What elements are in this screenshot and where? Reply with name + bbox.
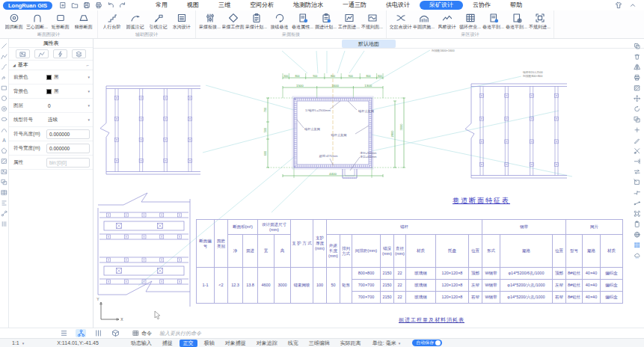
new-file-button[interactable] — [58, 1, 67, 10]
unit-select[interactable]: 单位: 毫米 ▾ — [372, 340, 400, 347]
pattern-fill-button[interactable] — [634, 85, 641, 92]
status-toggle-实际距离[interactable]: 实际距离 — [337, 340, 365, 347]
property-input[interactable]: 0.000000 — [46, 129, 90, 139]
ribbon-button-矩形断面[interactable]: 矩形断面 — [49, 11, 72, 31]
status-toggle-极轴[interactable]: 极轴 — [200, 340, 218, 347]
menu-tab-视图[interactable]: 视图 — [177, 1, 209, 10]
draw-table-button[interactable] — [1, 188, 8, 196]
copy-button[interactable] — [634, 43, 641, 50]
redo-button[interactable] — [118, 1, 126, 10]
web-map-button[interactable] — [634, 231, 641, 239]
node-edit-button[interactable] — [1, 209, 8, 217]
map-canvas[interactable]: 默认地图 30080090080090080030015001600130044… — [93, 39, 644, 328]
ribbon-button-引线注记[interactable]: 引线注记 — [147, 11, 170, 31]
ribbon-button-接续巷道[interactable]: 接续巷道 — [268, 11, 291, 31]
trim-button[interactable] — [634, 147, 641, 155]
clip-button[interactable] — [634, 179, 641, 186]
ribbon-button-工作面进[interactable]: 工作面进... — [337, 11, 361, 31]
ribbon-button-人行台阶[interactable]: 人行台阶 — [100, 11, 123, 31]
draw-text-button[interactable]: A — [1, 136, 8, 144]
mirror-button[interactable] — [634, 64, 641, 71]
status-toggle-三维编辑[interactable]: 三维编辑 — [305, 340, 334, 347]
tab-lightning[interactable] — [53, 49, 67, 58]
draw-rect-button[interactable] — [1, 84, 8, 91]
chevron-down-icon[interactable]: ▾ — [88, 75, 90, 79]
undo-button[interactable] — [106, 1, 114, 10]
ribbon-button-圆弧注记[interactable]: 圆弧注记 — [123, 11, 147, 31]
draw-arc-button[interactable] — [1, 126, 8, 133]
menu-tab-一通三防[interactable]: 一通三防 — [333, 1, 376, 10]
ribbon-button-不规则进[interactable]: 不规则进... — [528, 11, 551, 31]
autosave-toggle[interactable]: 自动保存 — [412, 340, 442, 346]
join-button[interactable] — [634, 200, 641, 207]
chevron-down-icon[interactable]: ▾ — [88, 103, 90, 108]
menu-tab-帮助[interactable]: 帮助 — [500, 1, 532, 10]
ribbon-button-三心圆断[interactable]: 三心圆断... — [25, 11, 49, 31]
property-input[interactable]: 0.000000 — [46, 144, 90, 153]
ribbon-button-水沟设计[interactable]: 水沟设计 — [170, 11, 193, 31]
draw-spline-button[interactable] — [1, 63, 8, 70]
insert-image-button[interactable] — [1, 168, 8, 175]
delete-button[interactable] — [634, 53, 641, 61]
draw-line-button[interactable] — [1, 42, 8, 49]
print-button[interactable] — [94, 1, 102, 10]
map-tab-default[interactable]: 默认地图 — [342, 40, 396, 48]
align-tool-button[interactable] — [1, 199, 8, 206]
draw-hatch-button[interactable] — [1, 157, 8, 165]
draw-circle-button[interactable] — [1, 94, 8, 102]
collapse-ribbon-icon[interactable] — [628, 1, 637, 10]
save-button[interactable] — [82, 1, 91, 10]
view-columns-button[interactable] — [93, 329, 103, 337]
status-toggle-正交[interactable]: 正交 — [180, 340, 197, 347]
menu-tab-采矿设计[interactable]: 采矿设计 — [420, 1, 463, 10]
ribbon-button-梯形断面[interactable]: 梯形断面 — [72, 11, 95, 31]
zoom-select[interactable]: 1:1 ▾ — [12, 340, 24, 346]
draw-polygon-button[interactable] — [1, 147, 8, 154]
distribute-button[interactable] — [1, 220, 8, 227]
status-toggle-动态输入[interactable]: 动态输入 — [127, 340, 156, 347]
ribbon-button-交岔点设计[interactable]: 交岔点设计 — [389, 11, 412, 31]
draw-donut-button[interactable] — [1, 105, 8, 112]
plot-button[interactable] — [634, 74, 641, 82]
view-tree-button[interactable] — [76, 329, 86, 337]
chevron-down-icon[interactable]: ▾ — [88, 89, 90, 93]
theme-skin-icon[interactable] — [614, 1, 622, 10]
grid-view-button[interactable] — [634, 242, 641, 249]
property-value[interactable]: 连续▾ — [46, 117, 93, 123]
ribbon-button-圆拱断面[interactable]: 圆拱断面 — [2, 11, 25, 31]
chevron-down-icon[interactable]: ▾ — [88, 117, 90, 122]
tab-symbol[interactable] — [16, 49, 30, 58]
view-list-button[interactable] — [58, 329, 69, 337]
break-button[interactable] — [634, 189, 641, 197]
ribbon-button-巷道平剖[interactable]: 巷道平剖... — [505, 11, 528, 31]
reverse-button[interactable] — [634, 168, 641, 176]
ribbon-button-不规则面[interactable]: 不规则面... — [361, 11, 384, 31]
property-value[interactable]: 0▾ — [46, 103, 93, 108]
ribbon-button-采煤工作面[interactable]: 采煤工作面 — [221, 11, 245, 31]
tab-geometry[interactable] — [34, 49, 49, 58]
command-input[interactable]: 输入要执行的命令 — [159, 330, 201, 337]
view-cube-button[interactable] — [110, 329, 120, 337]
ribbon-button-采煤计划[interactable]: 采煤计划... — [245, 11, 268, 31]
extend-button[interactable] — [634, 158, 641, 165]
status-toggle-对象捕捉[interactable]: 对象捕捉 — [221, 340, 250, 347]
tab-layers[interactable] — [72, 49, 86, 58]
menu-tab-空间分析[interactable]: 空间分析 — [240, 1, 283, 10]
menu-tab-供电设计[interactable]: 供电设计 — [376, 1, 420, 10]
draw-pen-button[interactable] — [634, 137, 641, 144]
menu-tab-三维[interactable]: 三维 — [209, 1, 240, 10]
menu-tab-云协作[interactable]: 云协作 — [463, 1, 500, 10]
section-basic[interactable]: ◢ 基本 ⌐ — [9, 61, 93, 70]
ribbon-button-风桥设计[interactable]: 风桥设计 — [435, 11, 459, 31]
status-toggle-线宽[interactable]: 线宽 — [284, 340, 302, 347]
ribbon-button-半圆拱施[interactable]: 半圆拱施... — [412, 11, 435, 31]
menu-tab-常用[interactable]: 常用 — [146, 1, 177, 10]
open-file-button[interactable] — [70, 1, 79, 10]
draw-ellipse-button[interactable] — [1, 115, 8, 123]
rotate-button[interactable] — [634, 105, 641, 113]
draw-polyline-button[interactable] — [1, 52, 8, 60]
property-value[interactable]: 黑▾ — [46, 74, 93, 81]
app-logo[interactable]: LongRuan GIS — [3, 1, 52, 10]
clipboard-button[interactable] — [634, 221, 641, 228]
status-toggle-对象追踪[interactable]: 对象追踪 — [253, 340, 281, 347]
